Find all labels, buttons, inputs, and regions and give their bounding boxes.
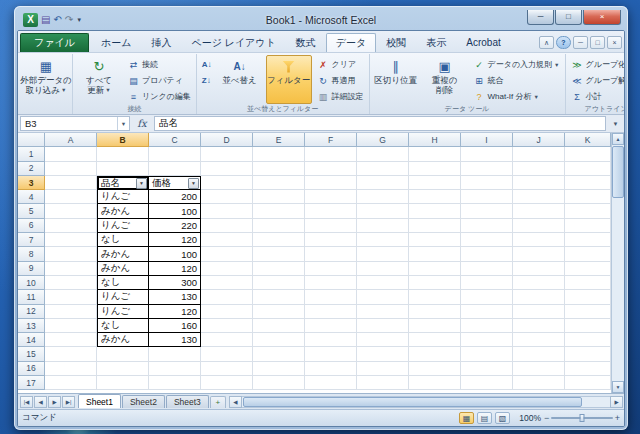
cell-C1[interactable] xyxy=(149,147,201,161)
cell-B5[interactable]: みかん xyxy=(97,204,149,218)
collapse-ribbon-button[interactable]: ∧ xyxy=(539,36,554,49)
row-header-10[interactable]: 10 xyxy=(18,276,45,290)
cell-E16[interactable] xyxy=(253,362,305,376)
filter-button[interactable]: フィルター xyxy=(266,55,312,104)
cell-D16[interactable] xyxy=(201,362,253,376)
ribbon-tab-5[interactable]: データ xyxy=(326,33,376,52)
cell-K1[interactable] xyxy=(565,147,611,161)
cell-J17[interactable] xyxy=(513,376,565,390)
cell-C6[interactable]: 220 xyxy=(149,219,201,233)
cell-D10[interactable] xyxy=(201,276,253,290)
cell-F16[interactable] xyxy=(305,362,357,376)
cell-G13[interactable] xyxy=(357,319,409,333)
ribbon-tab-2[interactable]: 挿入 xyxy=(141,33,181,52)
cell-C4[interactable]: 200 xyxy=(149,190,201,204)
cell-F5[interactable] xyxy=(305,204,357,218)
column-header-F[interactable]: F xyxy=(305,133,357,147)
cell-I13[interactable] xyxy=(461,319,513,333)
cell-J13[interactable] xyxy=(513,319,565,333)
cell-D7[interactable] xyxy=(201,233,253,247)
column-header-B[interactable]: B xyxy=(97,133,149,147)
zoom-slider[interactable]: − + xyxy=(544,413,620,423)
cell-F2[interactable] xyxy=(305,162,357,176)
filter-dropdown-C3[interactable]: ▼ xyxy=(188,178,199,189)
cell-C17[interactable] xyxy=(149,376,201,390)
clear-filter-button[interactable]: ✗ クリア xyxy=(315,57,366,72)
cell-A2[interactable] xyxy=(45,162,97,176)
cell-H14[interactable] xyxy=(409,333,461,347)
cell-A11[interactable] xyxy=(45,290,97,304)
column-header-E[interactable]: E xyxy=(253,133,305,147)
cell-D8[interactable] xyxy=(201,247,253,261)
properties-button[interactable]: ▤ プロパティ xyxy=(125,73,193,88)
cell-H12[interactable] xyxy=(409,305,461,319)
cell-G15[interactable] xyxy=(357,347,409,361)
consolidate-button[interactable]: ⊞ 統合 xyxy=(471,73,562,88)
cell-F7[interactable] xyxy=(305,233,357,247)
cell-E5[interactable] xyxy=(253,204,305,218)
horizontal-scroll-thumb[interactable] xyxy=(243,397,582,407)
cell-A12[interactable] xyxy=(45,305,97,319)
cell-E15[interactable] xyxy=(253,347,305,361)
edit-links-button[interactable]: ≡ リンクの編集 xyxy=(125,89,193,104)
scroll-up-icon[interactable]: ▲ xyxy=(612,133,624,145)
minimize-button[interactable]: ─ xyxy=(527,10,554,25)
cell-A3[interactable] xyxy=(45,176,97,190)
cell-K12[interactable] xyxy=(565,305,611,319)
cell-C3[interactable]: 価格▼ xyxy=(149,176,201,190)
cell-F15[interactable] xyxy=(305,347,357,361)
cell-B17[interactable] xyxy=(97,376,149,390)
name-box[interactable]: B3 ▼ xyxy=(20,116,130,131)
cell-J8[interactable] xyxy=(513,247,565,261)
cell-D9[interactable] xyxy=(201,262,253,276)
cell-F13[interactable] xyxy=(305,319,357,333)
ribbon-tab-7[interactable]: 表示 xyxy=(416,33,456,52)
cell-G6[interactable] xyxy=(357,219,409,233)
vertical-scroll-thumb[interactable] xyxy=(612,146,624,198)
cell-C7[interactable]: 120 xyxy=(149,233,201,247)
cell-I8[interactable] xyxy=(461,247,513,261)
cell-H17[interactable] xyxy=(409,376,461,390)
zoom-level[interactable]: 100% xyxy=(513,413,541,423)
cell-H6[interactable] xyxy=(409,219,461,233)
sheet-tab-sheet1[interactable]: Sheet1 xyxy=(78,394,121,408)
row-header-1[interactable]: 1 xyxy=(18,147,45,161)
ribbon-tab-6[interactable]: 校閲 xyxy=(376,33,416,52)
subtotal-button[interactable]: Σ 小計 xyxy=(569,89,625,104)
cell-F9[interactable] xyxy=(305,262,357,276)
advanced-filter-button[interactable]: ▥ 詳細設定 xyxy=(315,89,366,104)
insert-function-icon[interactable]: fx xyxy=(133,118,151,129)
cell-K2[interactable] xyxy=(565,162,611,176)
cell-F4[interactable] xyxy=(305,190,357,204)
maximize-button[interactable]: □ xyxy=(555,10,582,25)
cell-B11[interactable]: りんご xyxy=(97,290,149,304)
cell-G7[interactable] xyxy=(357,233,409,247)
page-break-view-icon[interactable]: ▧ xyxy=(495,412,510,424)
cell-A6[interactable] xyxy=(45,219,97,233)
cell-E7[interactable] xyxy=(253,233,305,247)
cell-I17[interactable] xyxy=(461,376,513,390)
what-if-analysis-button[interactable]: ? What-If 分析 ▼ xyxy=(471,89,562,104)
name-box-dropdown-icon[interactable]: ▼ xyxy=(117,117,129,130)
row-header-5[interactable]: 5 xyxy=(18,204,45,218)
ribbon-tab-4[interactable]: 数式 xyxy=(286,33,326,52)
cell-K4[interactable] xyxy=(565,190,611,204)
cell-K14[interactable] xyxy=(565,333,611,347)
cell-H3[interactable] xyxy=(409,176,461,190)
cell-E1[interactable] xyxy=(253,147,305,161)
cell-H1[interactable] xyxy=(409,147,461,161)
cell-G2[interactable] xyxy=(357,162,409,176)
cell-J3[interactable] xyxy=(513,176,565,190)
cell-K5[interactable] xyxy=(565,204,611,218)
cell-J14[interactable] xyxy=(513,333,565,347)
sort-button[interactable]: A↓ 並べ替え xyxy=(217,55,263,104)
row-header-12[interactable]: 12 xyxy=(18,305,45,319)
group-button[interactable]: ≫ グループ化 ▼ xyxy=(569,57,625,72)
cell-I16[interactable] xyxy=(461,362,513,376)
row-header-14[interactable]: 14 xyxy=(18,333,45,347)
cell-C14[interactable]: 130 xyxy=(149,333,201,347)
cell-G5[interactable] xyxy=(357,204,409,218)
cell-A1[interactable] xyxy=(45,147,97,161)
cell-B6[interactable]: りんご xyxy=(97,219,149,233)
cell-B14[interactable]: みかん xyxy=(97,333,149,347)
